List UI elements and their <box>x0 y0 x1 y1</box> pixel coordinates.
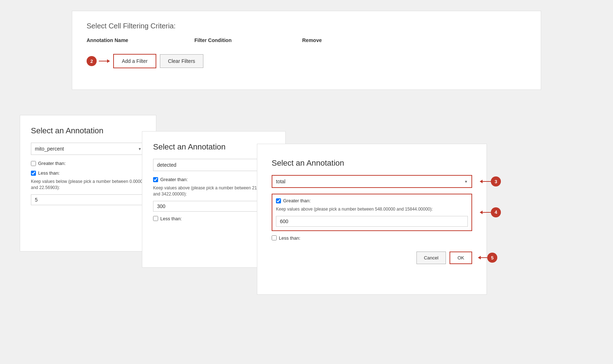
step5-marker: 5 <box>478 253 497 263</box>
dialog2-keep-values-text: Keep values above (please pick a number … <box>153 185 275 197</box>
dialog1-less-than-section: Less than: Keep values below (please pic… <box>31 170 145 205</box>
dialog2-less-than-row: Less than: <box>153 216 275 221</box>
dialog3-keep-values-text: Keep values above (please pick a number … <box>276 206 468 212</box>
filter-columns: Annotation Name Filter Condition Remove <box>87 37 526 43</box>
clear-filters-button[interactable]: Clear Filters <box>160 54 203 68</box>
step5-arrow <box>478 257 487 258</box>
step4-badge: 4 <box>491 207 501 217</box>
dialog1-keep-values-text: Keep values below (please pick a number … <box>31 179 145 191</box>
step4-marker: 4 <box>480 207 501 217</box>
dialog3-less-than-section: Less than: <box>272 235 472 241</box>
step2-arrow <box>99 61 110 61</box>
filter-buttons: 2 Add a Filter Clear Filters <box>87 54 526 68</box>
dialog-3: Select an Annotation total mito_percent … <box>257 144 487 295</box>
step3-marker: 3 <box>480 176 501 186</box>
dialog2-title: Select an Annotation <box>153 142 275 152</box>
col-filter-condition: Filter Condition <box>194 37 302 43</box>
filter-panel-title: Select Cell Filtering Criteria: <box>87 22 526 30</box>
dialog2-greater-than-row: Greater than: <box>153 177 275 182</box>
step2-badge: 2 <box>87 56 97 66</box>
dialog3-value-input[interactable] <box>276 216 468 227</box>
dialog2-less-than-section: Less than: <box>153 216 275 221</box>
dialog1-less-than-checkbox[interactable] <box>31 171 36 176</box>
dialog1-title: Select an Annotation <box>31 126 145 135</box>
dialog2-select-wrapper[interactable]: detected mito_percent total <box>153 159 275 171</box>
dialog2-greater-than-checkbox[interactable] <box>153 177 158 182</box>
dialog2-greater-than-label: Greater than: <box>160 177 188 182</box>
dialog1-less-than-row: Less than: <box>31 170 145 176</box>
dialog1-less-than-label: Less than: <box>38 170 60 176</box>
add-filter-button[interactable]: Add a Filter <box>113 54 156 68</box>
dialog3-less-than-row: Less than: <box>272 235 472 241</box>
step2-badge-group: 2 <box>87 56 110 66</box>
ok-button[interactable]: OK <box>450 252 472 264</box>
dialog3-less-than-label: Less than: <box>279 235 300 241</box>
dialog3-greater-section: Greater than: Keep values above (please … <box>272 194 472 231</box>
step5-badge: 5 <box>487 253 497 263</box>
col-annotation-name: Annotation Name <box>87 37 194 43</box>
dialog3-annotation-select[interactable]: total mito_percent detected <box>272 176 471 187</box>
dialog1-annotation-select[interactable]: mito_percent detected total <box>31 143 145 155</box>
dialog3-footer: Cancel OK 5 <box>272 252 472 264</box>
dialog2-greater-than-section: Greater than: Keep values above (please … <box>153 177 275 212</box>
dialog1-greater-than-label: Greater than: <box>38 161 66 166</box>
dialog3-title: Select an Annotation <box>272 158 472 168</box>
dialog2-less-than-label: Less than: <box>160 216 182 221</box>
dialog3-less-than-checkbox[interactable] <box>272 235 277 240</box>
dialog1-select-wrapper[interactable]: mito_percent detected total <box>31 143 145 155</box>
dialog2-value-input[interactable] <box>153 201 275 212</box>
step3-arrow <box>480 181 491 182</box>
step4-arrow <box>480 212 491 213</box>
dialog3-select-area: total mito_percent detected 3 <box>272 175 472 188</box>
step3-badge: 3 <box>491 176 501 186</box>
dialog2-annotation-select[interactable]: detected mito_percent total <box>153 159 275 171</box>
cancel-button[interactable]: Cancel <box>416 252 446 264</box>
dialog1-greater-than-checkbox[interactable] <box>31 161 36 166</box>
dialog3-greater-than-label: Greater than: <box>283 198 311 203</box>
dialog1-greater-than-section: Greater than: <box>31 161 145 166</box>
dialog2-less-than-checkbox[interactable] <box>153 216 158 221</box>
col-remove: Remove <box>302 37 322 43</box>
dialog3-greater-than-highlighted: Greater than: Keep values above (please … <box>272 194 472 231</box>
dialog1-greater-than-row: Greater than: <box>31 161 145 166</box>
dialog1-value-input[interactable] <box>31 194 145 205</box>
dialog3-greater-than-row: Greater than: <box>276 198 468 203</box>
dialog-1: Select an Annotation mito_percent detect… <box>20 115 156 252</box>
dialog3-select-wrapper[interactable]: total mito_percent detected <box>272 175 472 188</box>
ok-button-wrapper: OK 5 <box>450 252 472 264</box>
filter-panel: Select Cell Filtering Criteria: Annotati… <box>72 11 541 90</box>
dialog3-greater-than-checkbox[interactable] <box>276 198 281 203</box>
